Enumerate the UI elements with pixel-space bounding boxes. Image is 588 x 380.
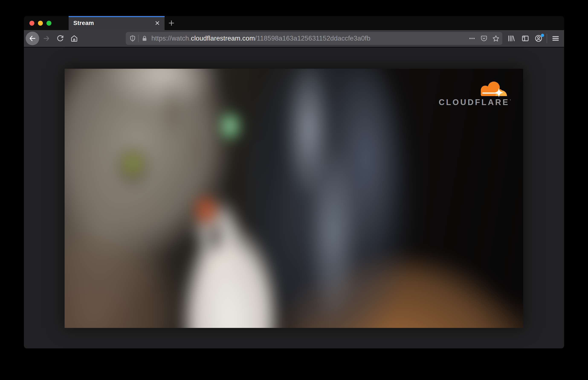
urlbar-divider	[138, 35, 138, 42]
pocket-icon[interactable]	[479, 34, 489, 43]
forward-icon	[43, 35, 50, 42]
sidebar-icon	[521, 35, 529, 42]
bookmark-star-icon[interactable]	[491, 34, 501, 43]
page-actions-ellipsis-icon[interactable]	[467, 34, 477, 43]
browser-window: Stream	[24, 16, 564, 348]
reload-icon	[57, 35, 64, 42]
library-button[interactable]	[505, 33, 517, 44]
stream-video-player[interactable]: CLOUDFLARE’	[65, 69, 523, 328]
toolbar-divider	[547, 34, 547, 43]
lock-icon[interactable]	[141, 35, 148, 42]
menu-icon	[552, 35, 559, 42]
macos-titlebar	[24, 16, 69, 30]
tracking-protection-shield-icon[interactable]	[129, 35, 137, 42]
menu-button[interactable]	[550, 33, 562, 44]
tab-stream[interactable]: Stream	[69, 16, 165, 30]
navigation-toolbar: https://watch.cloudflarestream.com/11859…	[24, 30, 564, 47]
minimize-window-button[interactable]	[38, 21, 43, 26]
tab-strip-empty-area	[178, 16, 564, 30]
url-text[interactable]: https://watch.cloudflarestream.com/11859…	[151, 35, 370, 42]
back-button[interactable]	[26, 32, 39, 45]
back-icon	[29, 35, 36, 42]
new-tab-button[interactable]	[165, 16, 178, 30]
close-window-button[interactable]	[29, 21, 34, 26]
sidebar-button[interactable]	[519, 33, 531, 44]
url-scheme-subdomain: https://watch.	[151, 35, 191, 42]
home-icon	[70, 35, 78, 42]
cloudflare-logo-text: CLOUDFLARE’	[439, 98, 511, 107]
cloudflare-watermark: CLOUDFLARE’	[439, 81, 511, 107]
new-tab-icon	[168, 20, 175, 26]
url-domain: cloudflarestream.com	[191, 35, 255, 42]
home-button[interactable]	[68, 33, 80, 44]
page-content: CLOUDFLARE’	[24, 48, 564, 348]
forward-button[interactable]	[40, 33, 52, 44]
trademark-mark: ’	[510, 99, 511, 103]
tab-close-icon[interactable]	[153, 19, 162, 27]
url-path: /118598a163a125631152ddaccfe3a0fb	[255, 35, 371, 42]
url-bar[interactable]: https://watch.cloudflarestream.com/11859…	[126, 32, 502, 45]
tab-title: Stream	[73, 20, 94, 26]
library-icon	[507, 35, 515, 42]
video-frame-blurry-cat	[65, 69, 523, 328]
account-notification-dot	[541, 34, 544, 37]
cloudflare-cloud-logo	[474, 81, 508, 97]
active-tab-indicator	[69, 16, 165, 17]
account-button[interactable]	[533, 33, 545, 44]
reload-button[interactable]	[54, 33, 66, 44]
zoom-window-button[interactable]	[47, 21, 51, 26]
tab-bar: Stream	[24, 16, 564, 30]
